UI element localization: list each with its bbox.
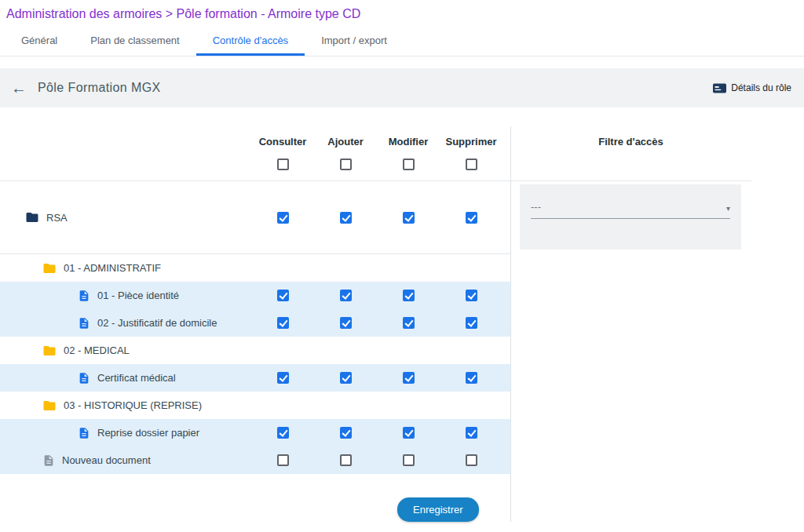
label-column-spacer xyxy=(0,136,251,180)
permission-cell-supprimer xyxy=(440,290,502,301)
permission-cell-ajouter xyxy=(314,290,377,301)
filter-cell xyxy=(510,254,751,282)
checkbox-supprimer[interactable] xyxy=(466,290,477,301)
checkbox-consulter[interactable] xyxy=(277,372,289,384)
select-all-ajouter-checkbox[interactable] xyxy=(340,159,352,170)
save-button[interactable]: Enregistrer xyxy=(397,497,479,522)
back-arrow-icon[interactable]: ← xyxy=(11,80,27,96)
column-label: Supprimer xyxy=(445,136,496,148)
checkbox-supprimer[interactable] xyxy=(466,212,477,224)
table-row: 02 - Justificatif de domicile xyxy=(0,309,751,337)
row-label-cell: Nouveau document xyxy=(0,454,251,467)
permission-cell-ajouter xyxy=(314,372,377,384)
permission-cell-modifier xyxy=(377,372,440,384)
filter-cell xyxy=(510,392,751,419)
filter-cell xyxy=(510,419,751,446)
checkbox-supprimer[interactable] xyxy=(466,427,477,439)
document-icon xyxy=(78,427,90,439)
row-label: Nouveau document xyxy=(62,454,151,466)
checkbox-modifier[interactable] xyxy=(403,290,415,301)
row-label: Certificat médical xyxy=(97,372,176,384)
checkbox-supprimer[interactable] xyxy=(466,454,477,466)
access-filter-select[interactable]: ---▾ xyxy=(520,184,741,250)
checkbox-ajouter[interactable] xyxy=(340,317,352,329)
table-header-left: ConsulterAjouterModifierSupprimer xyxy=(0,136,510,180)
checkbox-modifier[interactable] xyxy=(403,212,415,224)
filter-cell xyxy=(510,446,751,474)
page-title: Pôle Formation MGX xyxy=(38,81,161,95)
checkbox-ajouter[interactable] xyxy=(340,454,352,466)
checkbox-modifier[interactable] xyxy=(403,454,415,466)
row-left: Reprise dossier papier xyxy=(0,419,510,446)
select-value: --- xyxy=(531,201,541,213)
permission-cell-consulter xyxy=(251,290,314,301)
row-left: Certificat médical xyxy=(0,364,510,392)
row-left: Nouveau document xyxy=(0,446,510,474)
row-left: 02 - MEDICAL xyxy=(0,337,510,364)
filter-cell xyxy=(510,337,751,364)
permission-cell-supprimer xyxy=(440,454,502,466)
checkbox-supprimer[interactable] xyxy=(466,372,477,384)
tab-import-export[interactable]: Import / export xyxy=(305,24,404,56)
checkbox-ajouter[interactable] xyxy=(340,372,352,384)
tab-controle-acces[interactable]: Contrôle d'accès xyxy=(196,24,305,56)
document-icon xyxy=(42,454,55,467)
permission-cell-ajouter xyxy=(314,317,377,329)
row-label-cell: RSA xyxy=(0,210,251,224)
permission-cell-consulter xyxy=(251,317,314,329)
column-header-ajouter: Ajouter xyxy=(314,136,377,180)
checkbox-consulter[interactable] xyxy=(277,317,289,329)
role-details-button[interactable]: Détails du rôle xyxy=(713,82,793,93)
row-label: 02 - Justificatif de domicile xyxy=(97,317,217,329)
checkbox-consulter[interactable] xyxy=(277,212,289,224)
breadcrumb: Administration des armoires > Pôle forma… xyxy=(0,0,804,24)
permission-cell-modifier xyxy=(377,427,440,439)
checkbox-ajouter[interactable] xyxy=(340,427,352,439)
row-left: 03 - HISTORIQUE (REPRISE) xyxy=(0,392,510,419)
checkbox-modifier[interactable] xyxy=(403,372,415,384)
footer: Enregistrer xyxy=(0,474,751,522)
row-left: RSA xyxy=(0,181,510,254)
checkbox-ajouter[interactable] xyxy=(340,290,352,301)
checkbox-supprimer[interactable] xyxy=(466,317,477,329)
select-all-modifier-checkbox[interactable] xyxy=(403,159,415,170)
select-line: ---▾ xyxy=(531,201,730,219)
tab-general[interactable]: Général xyxy=(5,24,74,56)
permission-cell-supprimer xyxy=(440,212,502,224)
row-left: 01 - Pièce identité xyxy=(0,282,510,309)
permission-cell-consulter xyxy=(251,212,314,224)
checkbox-consulter[interactable] xyxy=(277,454,289,466)
chevron-down-icon: ▾ xyxy=(726,204,730,213)
permission-cell-consulter xyxy=(251,454,314,466)
checkbox-consulter[interactable] xyxy=(277,290,289,301)
permission-cell-consulter xyxy=(251,372,314,384)
table-row: 02 - MEDICAL xyxy=(0,337,751,364)
row-label-cell: Reprise dossier papier xyxy=(0,427,251,439)
select-all-supprimer-checkbox[interactable] xyxy=(466,159,477,170)
role-header: ← Pôle Formation MGX Détails du rôle xyxy=(0,68,804,107)
role-details-label: Détails du rôle xyxy=(731,82,791,93)
badge-icon xyxy=(713,83,726,93)
filter-column-header: Filtre d'accès xyxy=(510,136,751,180)
checkbox-modifier[interactable] xyxy=(403,427,415,439)
permission-cell-supprimer xyxy=(440,427,502,439)
row-label-cell: 03 - HISTORIQUE (REPRISE) xyxy=(0,399,251,413)
select-all-consulter-checkbox[interactable] xyxy=(277,159,289,170)
column-label: Ajouter xyxy=(327,136,364,148)
checkbox-consulter[interactable] xyxy=(277,427,289,439)
document-icon xyxy=(78,317,90,330)
row-label-cell: Certificat médical xyxy=(0,372,251,384)
folder-icon xyxy=(42,261,57,275)
row-label-cell: 02 - Justificatif de domicile xyxy=(0,317,251,330)
checkbox-modifier[interactable] xyxy=(403,317,415,329)
checkbox-ajouter[interactable] xyxy=(340,212,352,224)
row-label: 01 - Pièce identité xyxy=(97,290,179,301)
table-row: 01 - ADMINISTRATIF xyxy=(0,254,751,282)
table-row: Nouveau document xyxy=(0,446,751,474)
table-row: 01 - Pièce identité xyxy=(0,282,751,309)
folder-icon xyxy=(42,399,57,413)
permission-cell-modifier xyxy=(377,212,440,224)
permission-cell-modifier xyxy=(377,454,440,466)
tab-plan-de-classement[interactable]: Plan de classement xyxy=(74,24,196,56)
row-label: 02 - MEDICAL xyxy=(64,344,130,356)
